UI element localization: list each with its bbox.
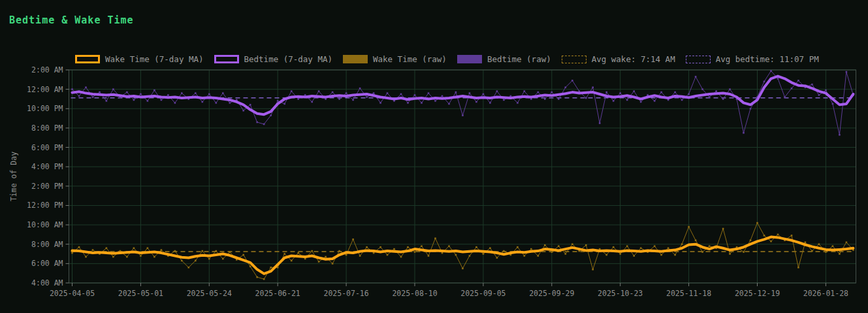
bedtime-raw-markers bbox=[71, 70, 854, 135]
x-tick-label: 2025-09-29 bbox=[529, 289, 574, 298]
y-axis-title: Time of Day bbox=[9, 152, 18, 201]
y-tick-label: 8:00 PM bbox=[31, 124, 63, 133]
y-tick-label: 2:00 AM bbox=[31, 65, 63, 74]
x-tick-label: 2025-10-23 bbox=[598, 289, 643, 298]
y-tick-label: 6:00 AM bbox=[31, 259, 63, 268]
x-tick-label: 2026-01-28 bbox=[803, 289, 848, 298]
y-tick-label: 4:00 AM bbox=[31, 278, 63, 288]
y-tick-label: 10:00 PM bbox=[27, 104, 63, 113]
x-tick-label: 2025-12-19 bbox=[735, 289, 780, 298]
x-tick-label: 2025-11-18 bbox=[666, 289, 711, 298]
y-tick-label: 12:00 AM bbox=[27, 85, 63, 94]
x-tick-label: 2025-05-24 bbox=[187, 289, 232, 298]
y-tick-label: 12:00 PM bbox=[27, 201, 63, 210]
x-tick-label: 2025-09-05 bbox=[460, 289, 506, 298]
axis-ticks: 2:00 AM12:00 AM10:00 PM8:00 PM6:00 PM4:0… bbox=[27, 65, 848, 298]
y-tick-label: 2:00 PM bbox=[31, 182, 63, 191]
x-tick-label: 2025-06-21 bbox=[255, 289, 300, 298]
x-tick-label: 2025-05-01 bbox=[118, 289, 163, 298]
chart-plot: 2:00 AM12:00 AM10:00 PM8:00 PM6:00 PM4:0… bbox=[0, 0, 868, 313]
y-tick-label: 10:00 AM bbox=[27, 220, 63, 229]
y-tick-label: 6:00 PM bbox=[31, 143, 63, 152]
x-tick-label: 2025-04-05 bbox=[50, 289, 95, 298]
y-tick-label: 4:00 PM bbox=[31, 162, 63, 171]
x-tick-label: 2025-08-10 bbox=[392, 289, 437, 298]
y-tick-label: 8:00 AM bbox=[31, 240, 63, 249]
bedtime-raw-line bbox=[72, 71, 854, 135]
x-tick-label: 2025-07-16 bbox=[323, 289, 368, 298]
